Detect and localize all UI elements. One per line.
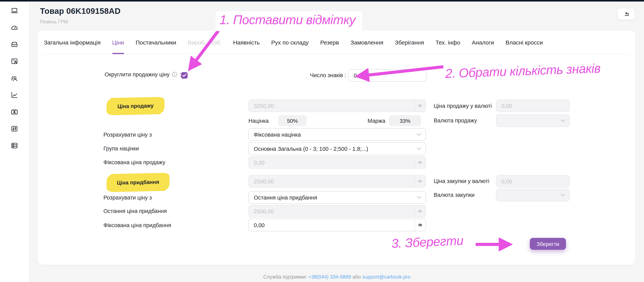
fixed-purchase-price-value: 0,00: [249, 222, 414, 228]
tab-availability[interactable]: Наявність: [233, 31, 260, 54]
sale-fx-price-label: Ціна продажу у валюті: [434, 102, 492, 110]
fixed-sale-price-value: 0,00: [249, 159, 414, 165]
sale-fx-price-value: 0,00: [496, 103, 570, 109]
purchase-price-value: 2500,00: [249, 178, 414, 184]
users-icon[interactable]: [10, 74, 18, 83]
purchase-currency-select: [496, 189, 570, 201]
margin-label: Маржа: [368, 117, 385, 125]
fixed-sale-price-label: Фіксована ціна продажу: [104, 158, 165, 166]
support-footer: Служба підтримки: +38(044) 334-5889 або …: [30, 274, 644, 280]
info-icon[interactable]: [172, 72, 177, 77]
digits-count-value: 0,00: [349, 72, 426, 78]
markup-group-label: Група націнки: [104, 145, 139, 152]
purchase-calc-label: Розрахувати ціну з: [104, 194, 152, 201]
support-label: Служба підтримки:: [263, 274, 307, 280]
hryvnia-icon: ₴: [414, 156, 426, 168]
tab-general-info[interactable]: Загальна інформація: [44, 31, 100, 54]
last-purchase-price-label: Остання ціна придбання: [104, 207, 167, 215]
tab-own-crosses[interactable]: Власні кросси: [506, 31, 543, 54]
markup-group-select[interactable]: Основна Загальна (0 - 3; 100 - 2;500 - 1…: [248, 142, 426, 155]
purchase-calc-value: Остання ціна придбання: [249, 194, 317, 200]
dashboard-gauge-icon[interactable]: [10, 23, 18, 31]
tab-tech-info[interactable]: Тех. інфо: [436, 31, 460, 54]
hryvnia-icon: ₴: [414, 205, 426, 217]
purchase-fx-price-label: Ціна закупки у валюті: [434, 177, 489, 185]
fixed-purchase-price-input[interactable]: 0,00 ₴: [248, 219, 426, 231]
purchase-price-input: 2500,00 ₴: [248, 175, 426, 188]
hryvnia-icon: ₴: [414, 100, 426, 112]
chevron-down-icon: [560, 194, 565, 197]
check-icon: [182, 74, 186, 77]
markup-group-value: Основна Загальна (0 - 3; 100 - 2;500 - 1…: [249, 145, 368, 152]
inbox-icon[interactable]: [10, 40, 18, 48]
purchase-calc-select[interactable]: Остання ціна придбання: [248, 191, 426, 204]
purchase-price-badge: Ціна придбання: [108, 174, 168, 191]
markup-value-box: 50%: [278, 115, 306, 126]
fixed-sale-price-input: 0,00 ₴: [248, 156, 426, 169]
round-price-label-row: Округлити продажну ціну :: [74, 71, 181, 78]
sale-price-badge: Ціна продажу: [108, 98, 164, 114]
hryvnia-icon: ₴: [414, 175, 426, 187]
sale-calc-value: Фіксована націнка: [249, 132, 301, 138]
chevron-down-icon: [560, 119, 565, 122]
chevron-down-icon: [417, 133, 422, 136]
line-chart-icon[interactable]: [10, 91, 18, 99]
hryvnia-icon: ₴: [414, 219, 426, 231]
last-purchase-price-input: 2500,00 ₴: [248, 205, 426, 218]
purchase-fx-price-input: 0,00: [496, 175, 570, 188]
window-top-bar: [0, 0, 644, 1]
tab-orders[interactable]: Замовлення: [350, 31, 383, 54]
back-button[interactable]: [617, 8, 635, 20]
tab-analogs[interactable]: Аналоги: [472, 31, 494, 54]
page-title: Товар 06K109158AD: [40, 6, 120, 16]
annotation-step1-box: 1. Поставити відмітку: [216, 11, 362, 31]
save-button[interactable]: Зберегти: [530, 238, 566, 250]
sidebar-nav: [0, 1, 30, 282]
round-price-colon: :: [180, 71, 181, 78]
laptop-icon[interactable]: [10, 6, 18, 14]
tab-reserve[interactable]: Резерв: [320, 31, 339, 54]
tab-storage[interactable]: Зберігання: [395, 31, 424, 54]
digits-count-input[interactable]: 0,00: [348, 69, 426, 82]
tab-bar: Загальна інформація Ціни Постачальники В…: [44, 31, 629, 54]
support-conjunction: або: [352, 274, 361, 280]
tab-suppliers[interactable]: Постачальники: [136, 31, 176, 54]
chevron-down-icon: [417, 196, 422, 199]
sale-price-value: 3250,00: [249, 103, 414, 109]
billboard-person-icon[interactable]: [10, 108, 18, 116]
sliders-icon[interactable]: [10, 125, 18, 133]
digits-count-label: Число знаків :: [268, 71, 346, 79]
sale-calc-label: Розрахувати ціну з: [104, 131, 152, 139]
support-phone-link[interactable]: +38(044) 334-5889: [308, 274, 351, 280]
support-email-link[interactable]: support@carbook.pro: [362, 274, 410, 280]
round-price-label: Округлити продажну ціну: [104, 71, 170, 78]
sale-currency-label: Валюта продажу: [434, 117, 477, 124]
fixed-purchase-price-label: Фіксована ціна придбання: [104, 221, 171, 229]
last-purchase-price-value: 2500,00: [249, 208, 414, 214]
tab-stock-movement[interactable]: Рух по складу: [271, 31, 309, 54]
return-arrow-icon: [623, 12, 629, 16]
sale-price-input: 3250,00 ₴: [248, 99, 426, 112]
server-stack-icon[interactable]: [10, 141, 18, 150]
margin-value-box: 33%: [389, 115, 421, 126]
sale-calc-select[interactable]: Фіксована націнка: [248, 128, 426, 141]
round-price-checkbox[interactable]: [181, 72, 188, 79]
annotation-step1-text: 1. Поставити відмітку: [220, 13, 356, 27]
id-document-icon[interactable]: [10, 57, 18, 65]
sale-currency-select: [496, 114, 570, 127]
tab-manufacturing: Вироб. розб.: [188, 31, 222, 54]
app-window: Товар 06K109158AD Ремень ГРМ Загальна ін…: [0, 0, 644, 282]
tab-prices[interactable]: Ціни: [112, 31, 124, 54]
purchase-fx-price-value: 0,00: [496, 178, 570, 184]
page-subtitle: Ремень ГРМ: [40, 19, 68, 24]
markup-label: Націнка: [248, 117, 269, 125]
chevron-down-icon: [417, 147, 422, 150]
sale-fx-price-input: 0,00: [496, 99, 570, 112]
purchase-currency-label: Валюта закупки: [434, 191, 474, 199]
